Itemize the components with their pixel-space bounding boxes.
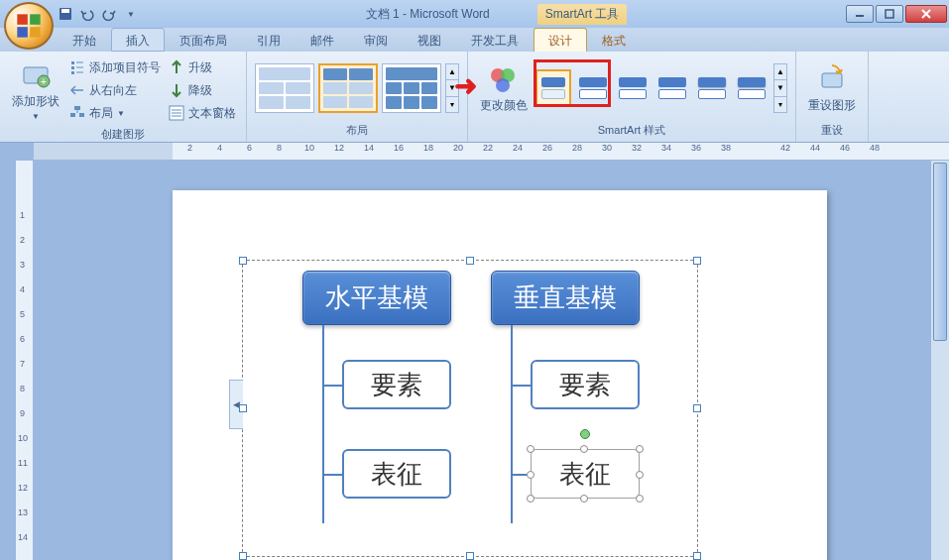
reset-graphic-button[interactable]: 重设图形 <box>804 59 860 118</box>
layout-option-2[interactable] <box>318 63 378 113</box>
style-option-4[interactable] <box>654 69 690 107</box>
group-label-reset: 重设 <box>804 121 860 140</box>
style-option-6[interactable] <box>734 69 770 107</box>
scrollbar-thumb[interactable] <box>933 163 947 341</box>
style-option-3[interactable] <box>615 69 651 107</box>
ribbon: + 添加形状 ▼ 添加项目符号 从右向左 布局▼ 升级 降级 文本窗格 创建图形… <box>0 52 949 143</box>
tab-design[interactable]: 设计 <box>534 28 587 52</box>
vertical-scrollbar[interactable] <box>931 161 949 560</box>
add-shape-button[interactable]: + 添加形状 ▼ <box>8 56 63 125</box>
document-title: 文档 1 - Microsoft Word <box>358 4 498 25</box>
undo-icon[interactable] <box>79 6 95 22</box>
save-icon[interactable] <box>58 6 73 22</box>
group-styles: ➜ 更改颜色 ▲ ▼ ▾ SmartArt 样式 <box>468 52 796 142</box>
maximize-button[interactable] <box>876 5 903 23</box>
tab-references[interactable]: 引用 <box>242 28 296 52</box>
smartart-node-child-1[interactable]: 要素 <box>342 360 451 409</box>
style-scroll-down-icon[interactable]: ▼ <box>774 80 786 96</box>
tab-pagelayout[interactable]: 页面布局 <box>165 28 242 52</box>
layout-option-3[interactable] <box>382 63 441 113</box>
redo-icon[interactable] <box>101 6 117 22</box>
smartart-node-header-2[interactable]: 垂直基模 <box>491 271 640 325</box>
group-layouts: ▲ ▼ ▾ 布局 <box>247 52 468 142</box>
smartart-node-header-1[interactable]: 水平基模 <box>302 271 451 325</box>
rotation-handle[interactable] <box>580 429 590 439</box>
group-label-create: 创建图形 <box>8 125 238 144</box>
change-colors-button[interactable]: 更改颜色 <box>476 59 532 118</box>
tab-view[interactable]: 视图 <box>403 28 456 52</box>
svg-rect-1 <box>30 14 40 24</box>
document-page[interactable]: ◀ 水平基模 要素 表征 垂直基模 要素 表征 <box>173 190 827 560</box>
change-colors-label: 更改颜色 <box>480 97 528 114</box>
svg-rect-11 <box>71 61 74 64</box>
svg-rect-7 <box>886 10 893 18</box>
tab-home[interactable]: 开始 <box>58 28 111 52</box>
qat-dropdown-icon[interactable]: ▼ <box>123 6 139 22</box>
svg-rect-0 <box>17 14 27 24</box>
svg-rect-19 <box>79 113 84 117</box>
group-label-styles: SmartArt 样式 <box>476 121 787 140</box>
ribbon-tabs: 开始 插入 页面布局 引用 邮件 审阅 视图 开发工具 设计 格式 <box>0 28 949 52</box>
svg-rect-5 <box>61 9 69 13</box>
smartart-graphic[interactable]: ◀ 水平基模 要素 表征 垂直基模 要素 表征 <box>242 260 698 557</box>
minimize-button[interactable] <box>846 5 874 23</box>
svg-rect-15 <box>71 71 74 74</box>
office-button[interactable] <box>4 2 54 50</box>
smartart-node-child-2[interactable]: 表征 <box>342 449 451 499</box>
group-label-layouts: 布局 <box>255 121 459 140</box>
style-option-2[interactable] <box>575 69 611 107</box>
group-create-graphic: + 添加形状 ▼ 添加项目符号 从右向左 布局▼ 升级 降级 文本窗格 创建图形 <box>0 52 247 142</box>
textpane-button[interactable]: 文本窗格 <box>167 103 238 124</box>
smartart-node-child-4[interactable]: 表征 <box>531 449 640 499</box>
group-reset: 重设图形 重设 <box>796 52 869 142</box>
svg-rect-2 <box>17 27 27 37</box>
chevron-down-icon: ▼ <box>32 112 40 121</box>
style-option-5[interactable] <box>694 69 730 107</box>
vertical-ruler[interactable]: 1 2 3 4 5 6 7 8 9 10 11 12 13 14 <box>16 161 34 560</box>
layout-option-1[interactable] <box>255 63 314 113</box>
title-bar: ▼ 文档 1 - Microsoft Word SmartArt 工具 <box>0 0 949 28</box>
close-button[interactable] <box>905 5 947 23</box>
svg-rect-3 <box>30 27 40 37</box>
tab-format[interactable]: 格式 <box>587 28 641 52</box>
tab-developer[interactable]: 开发工具 <box>456 28 534 52</box>
svg-rect-28 <box>822 73 842 87</box>
promote-button[interactable]: 升级 <box>167 57 238 78</box>
tab-mailings[interactable]: 邮件 <box>296 28 349 52</box>
document-area: ◀ 水平基模 要素 表征 垂直基模 要素 表征 <box>34 161 931 560</box>
annotation-arrow-icon: ➜ <box>454 69 477 102</box>
add-bullet-button[interactable]: 添加项目符号 <box>67 57 163 78</box>
layout-button[interactable]: 布局▼ <box>67 103 163 124</box>
style-scroll-up-icon[interactable]: ▲ <box>774 64 786 80</box>
smartart-node-child-3[interactable]: 要素 <box>531 360 640 409</box>
demote-button[interactable]: 降级 <box>167 80 238 101</box>
style-scroll-more-icon[interactable]: ▾ <box>774 97 786 112</box>
svg-rect-17 <box>74 106 80 110</box>
reset-label: 重设图形 <box>808 97 856 114</box>
quick-access-toolbar: ▼ <box>58 6 139 22</box>
svg-text:+: + <box>41 76 47 87</box>
add-shape-label: 添加形状 <box>12 93 59 110</box>
horizontal-ruler[interactable]: 2 4 6 8 10 12 14 16 18 20 22 24 26 28 30… <box>34 143 949 161</box>
tab-insert[interactable]: 插入 <box>111 28 165 52</box>
svg-point-27 <box>496 78 510 92</box>
tab-review[interactable]: 审阅 <box>349 28 403 52</box>
svg-rect-18 <box>70 113 75 117</box>
rtl-button[interactable]: 从右向左 <box>67 80 163 101</box>
svg-rect-13 <box>71 66 74 69</box>
contextual-title: SmartArt 工具 <box>537 4 628 25</box>
style-option-1[interactable] <box>535 69 571 107</box>
style-gallery-scroll: ▲ ▼ ▾ <box>773 63 787 113</box>
